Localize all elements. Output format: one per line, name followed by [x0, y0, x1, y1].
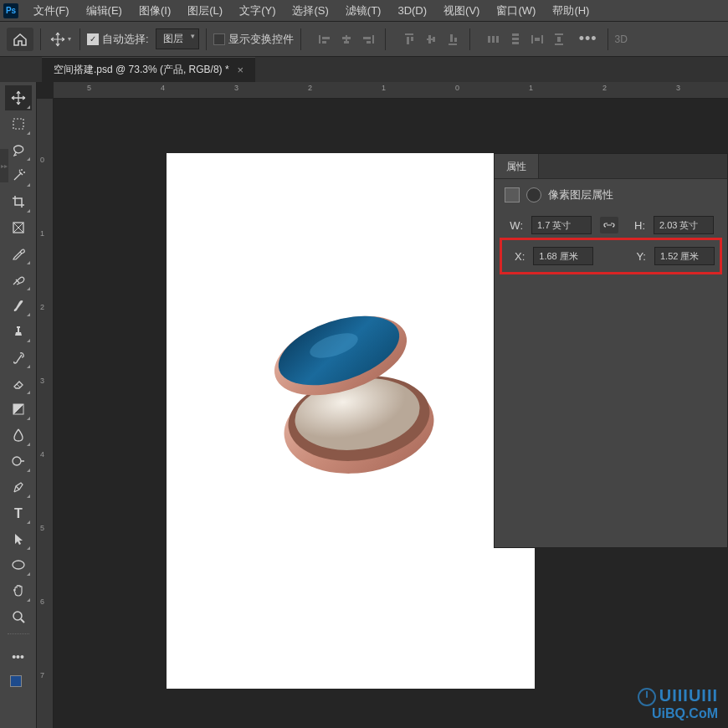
- shape-tool[interactable]: [5, 552, 32, 577]
- menu-help[interactable]: 帮助(H): [544, 0, 597, 22]
- divider: [469, 28, 470, 50]
- properties-tab[interactable]: 属性: [495, 154, 539, 178]
- menu-select[interactable]: 选择(S): [284, 0, 336, 22]
- svg-rect-11: [411, 37, 413, 41]
- divider: [608, 28, 608, 50]
- history-brush-tool[interactable]: [5, 345, 32, 370]
- svg-rect-22: [512, 38, 519, 40]
- divider: [206, 28, 207, 50]
- ruler-tick: 7: [40, 671, 44, 679]
- width-label: W:: [505, 219, 523, 232]
- document-canvas[interactable]: [167, 153, 535, 689]
- show-transform-label: 显示变换控件: [228, 32, 294, 47]
- home-icon: [13, 33, 28, 46]
- color-swatches[interactable]: [10, 675, 27, 692]
- checkbox-checked-icon[interactable]: ✓: [87, 33, 99, 45]
- eyedropper-tool[interactable]: [5, 241, 32, 266]
- height-input[interactable]: [654, 216, 714, 234]
- eraser-tool[interactable]: [5, 371, 32, 396]
- svg-rect-27: [555, 33, 563, 35]
- menu-3d[interactable]: 3D(D): [389, 1, 435, 20]
- auto-select-option[interactable]: ✓ 自动选择:: [87, 32, 149, 47]
- zoom-tool[interactable]: [5, 604, 32, 629]
- menu-edit[interactable]: 编辑(E): [78, 0, 131, 22]
- auto-select-target-dropdown[interactable]: 图层: [156, 28, 199, 49]
- svg-rect-2: [322, 41, 326, 44]
- brush-tool[interactable]: [5, 293, 32, 318]
- hand-tool[interactable]: [5, 578, 32, 603]
- clone-stamp-tool[interactable]: [5, 319, 32, 344]
- ruler-tick: 3: [676, 84, 680, 92]
- 3d-mode-label: 3D: [615, 33, 628, 45]
- divider: [385, 28, 386, 50]
- vertical-ruler[interactable]: 0 1 2 3 4 5 6 7: [37, 99, 54, 728]
- home-button[interactable]: [7, 28, 33, 51]
- align-right-button[interactable]: [358, 30, 378, 49]
- move-cross-icon: [49, 31, 66, 48]
- frame-tool[interactable]: [5, 215, 32, 240]
- checkbox-unchecked-icon[interactable]: [213, 33, 225, 45]
- horizontal-ruler[interactable]: 5 4 3 2 1 0 1 2 3: [54, 82, 728, 99]
- svg-point-35: [13, 561, 24, 569]
- distribute-space-v-button[interactable]: [549, 30, 569, 49]
- svg-rect-16: [450, 34, 453, 42]
- marquee-tool[interactable]: [5, 111, 32, 136]
- align-bottom-button[interactable]: [443, 30, 463, 49]
- close-tab-button[interactable]: ×: [238, 64, 244, 76]
- menu-filter[interactable]: 滤镜(T): [337, 0, 390, 22]
- align-center-v-button[interactable]: [421, 30, 441, 49]
- align-center-h-button[interactable]: [336, 30, 356, 49]
- edit-toolbar-button[interactable]: •••: [5, 644, 32, 669]
- ruler-tick: 4: [161, 84, 165, 92]
- align-top-button[interactable]: [399, 30, 419, 49]
- menu-type[interactable]: 文字(Y): [231, 0, 284, 22]
- auto-select-label: 自动选择:: [102, 32, 149, 47]
- menu-view[interactable]: 视图(V): [435, 0, 488, 22]
- ruler-tick: 4: [40, 450, 44, 459]
- move-tool-indicator[interactable]: ▾: [48, 29, 73, 49]
- crop-tool[interactable]: [5, 189, 32, 214]
- x-input[interactable]: [533, 247, 593, 265]
- magic-wand-tool[interactable]: [5, 163, 32, 188]
- pen-tool[interactable]: [5, 474, 32, 500]
- panel-content: 像素图层属性 W: H: X: Y:: [495, 179, 727, 276]
- distribute-v-button[interactable]: [505, 30, 525, 49]
- healing-brush-tool[interactable]: [5, 267, 32, 292]
- x-label: X:: [507, 250, 525, 263]
- more-options-button[interactable]: •••: [579, 30, 597, 48]
- menu-window[interactable]: 窗口(W): [488, 0, 544, 22]
- menu-file[interactable]: 文件(F): [25, 0, 78, 22]
- type-tool[interactable]: T: [5, 500, 32, 525]
- show-transform-option[interactable]: 显示变换控件: [213, 32, 294, 47]
- lasso-tool[interactable]: [5, 137, 32, 162]
- path-selection-tool[interactable]: [5, 526, 32, 551]
- watermark: UIIIUIII UiBQ.CoM: [638, 686, 718, 721]
- svg-rect-9: [405, 33, 413, 35]
- divider: [300, 28, 301, 50]
- svg-rect-25: [541, 35, 543, 44]
- distribute-space-button[interactable]: [527, 30, 547, 49]
- align-left-button[interactable]: [315, 30, 335, 49]
- dodge-tool[interactable]: [5, 449, 32, 474]
- distribute-buttons-group: [399, 30, 463, 49]
- menu-image[interactable]: 图像(I): [131, 0, 179, 22]
- main-workspace: ▸▸ T ••• 5 4 3 2 1: [0, 82, 728, 728]
- blur-tool[interactable]: [5, 423, 32, 448]
- distribute-h-button[interactable]: [484, 30, 504, 49]
- svg-rect-18: [488, 36, 490, 43]
- svg-rect-17: [454, 38, 457, 42]
- svg-rect-1: [322, 37, 330, 39]
- svg-point-36: [13, 612, 22, 620]
- svg-rect-7: [363, 37, 371, 39]
- link-dimensions-button[interactable]: [600, 217, 618, 233]
- svg-rect-8: [367, 41, 371, 44]
- width-input[interactable]: [531, 216, 592, 234]
- document-tab[interactable]: 空间搭建.psd @ 73.3% (产品, RGB/8) * ×: [42, 57, 255, 82]
- ruler-tick: 3: [234, 84, 238, 92]
- menu-layer[interactable]: 图层(L): [179, 0, 231, 22]
- gradient-tool[interactable]: [5, 397, 32, 422]
- foreground-color[interactable]: [10, 675, 22, 687]
- move-tool[interactable]: [5, 85, 32, 110]
- ruler-tick: 2: [602, 84, 607, 92]
- y-input[interactable]: [654, 247, 715, 265]
